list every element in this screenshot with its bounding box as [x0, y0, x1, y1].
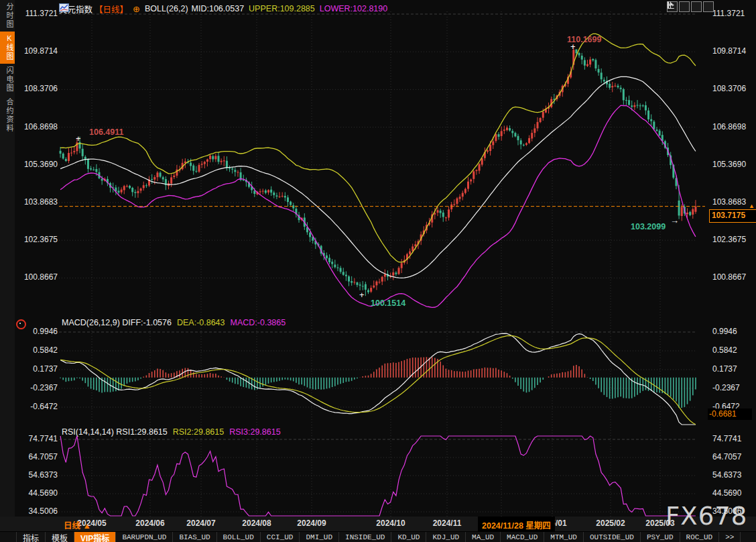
boll-upper-line: [60, 34, 696, 262]
time-label: 2025/02: [596, 519, 625, 528]
indicator-tab-VIP指标[interactable]: VIP指标: [74, 532, 116, 542]
axis-tick: 0.5842: [16, 346, 58, 355]
axis-tick: 105.3690: [712, 160, 754, 169]
sidebar-tab-1[interactable]: K线图: [0, 32, 15, 64]
indicator-tab-OUTSIDE_UD[interactable]: OUTSIDE_UD: [584, 532, 641, 542]
indicator-tab-CCI_UD[interactable]: CCI_UD: [261, 532, 300, 542]
chart-type-icon[interactable]: [59, 3, 69, 12]
scale-y-axis-icon[interactable]: [679, 1, 690, 12]
axis-tick: 44.5690: [712, 489, 754, 498]
axis-tick: 0.9946: [712, 327, 754, 336]
indicator-tab-MA_UD[interactable]: MA_UD: [466, 532, 501, 542]
main-chart-svg: [0, 0, 756, 517]
axis-tick: -0.6472: [16, 402, 58, 411]
time-label: 2024/11: [433, 519, 462, 528]
gridlines: [59, 11, 697, 517]
left-tab-bar: 分时图K线图闪电图合约资料: [0, 0, 15, 517]
axis-tick: 0.5842: [712, 346, 754, 355]
current-price-marker: ▲: [749, 203, 755, 209]
macd-current-box: -0.6681: [708, 409, 752, 420]
recent-low-arrow: →: [670, 215, 679, 225]
annotation-lowest-low: 100.1514: [371, 299, 405, 308]
axis-tick: 106.8698: [16, 123, 58, 131]
time-label: 2024/08: [242, 519, 271, 528]
time-label: 2024/09: [297, 519, 326, 528]
current-price-box: 103.7175: [709, 209, 756, 223]
indicator-tab-MTM_UD[interactable]: MTM_UD: [544, 532, 584, 542]
indicator-tab-BARUPDN_UD[interactable]: BARUPDN_UD: [116, 532, 173, 542]
axis-tick: 0.1737: [16, 365, 58, 374]
time-label: 2024/07: [186, 519, 215, 528]
indicator-tab-KDJ_UD[interactable]: KDJ_UD: [426, 532, 466, 542]
indicator-tab-INSIDE_UD[interactable]: INSIDE_UD: [339, 532, 391, 542]
macd-diff-line: [60, 333, 696, 425]
axis-tick: 0.1737: [712, 365, 754, 374]
axis-tick: 102.3675: [712, 235, 754, 244]
sidebar-tab-0[interactable]: 分时图: [0, 0, 15, 32]
sidebar-tab-3[interactable]: 合约资料: [0, 95, 15, 136]
axis-tick: 102.3675: [16, 235, 58, 244]
indicator-tab-ROC_UD[interactable]: ROC_UD: [680, 532, 720, 542]
axis-tick: 100.8667: [16, 273, 58, 282]
rsi-title: RSI(14,14,14) RSI1:29.8615: [62, 427, 168, 437]
indicator-tab-指标[interactable]: 指标: [16, 532, 46, 542]
axis-tick: 109.8714: [16, 47, 58, 56]
indicator-tab-MACD_UD[interactable]: MACD_UD: [501, 532, 544, 542]
scale-x-axis-icon[interactable]: [691, 1, 702, 12]
indicator-toolbar: 指标模板VIP指标BARUPDN_UDBIAS_UDBOLL_UDCCI_UDD…: [0, 531, 756, 542]
axis-tick: -0.2367: [712, 384, 754, 392]
trading-terminal: 分时图K线图闪电图合约资料 美元指数 【日线】 ⊕ BOLL(26,2) MID…: [0, 0, 756, 542]
axis-tick: 105.3690: [16, 160, 58, 169]
time-label: 2024/10: [376, 519, 405, 528]
indicator-tab-PSY_UD[interactable]: PSY_UD: [641, 532, 680, 542]
axis-tick: 44.5690: [16, 489, 58, 498]
chart-toolbar: [667, 1, 714, 12]
axis-tick: 103.8683: [16, 198, 58, 207]
indicator-tab-BOLL_UD[interactable]: BOLL_UD: [217, 532, 261, 542]
period-tag: 【日线】: [94, 3, 128, 15]
axis-tick: 108.3706: [16, 85, 58, 93]
axis-tick: 111.3721: [712, 9, 754, 18]
collapse-right-icon[interactable]: [703, 1, 714, 12]
high-marker-cross: +: [76, 133, 81, 144]
axis-tick: -0.2367: [16, 384, 58, 392]
rsi2-value: RSI2:29.8615: [173, 427, 224, 437]
axis-tick: 64.7057: [712, 453, 754, 462]
axis-tick: 106.8698: [712, 123, 754, 131]
highest-marker-cross: +: [570, 42, 576, 52]
add-compare-icon[interactable]: ⊕: [133, 4, 140, 14]
indicator-tab-DMI_UD[interactable]: DMI_UD: [300, 532, 339, 542]
macd-settings-icon[interactable]: [16, 319, 26, 329]
boll-mid-value: MID:106.0537: [192, 4, 245, 13]
boll-label: BOLL(26,2): [145, 4, 188, 13]
axis-tick: 34.5006: [16, 507, 58, 516]
chart-area: 美元指数 【日线】 ⊕ BOLL(26,2) MID:106.0537 UPPE…: [0, 0, 756, 517]
sidebar-tab-2[interactable]: 闪电图: [0, 64, 15, 95]
axis-tick: 64.7057: [16, 453, 58, 462]
boll-lower-value: LOWER:102.8190: [320, 4, 387, 13]
period-selector[interactable]: 日线 ▲: [64, 519, 91, 531]
axis-tick: 100.8667: [712, 273, 754, 282]
watermark: FX678: [666, 502, 747, 531]
axis-tick: 54.6373: [712, 471, 754, 480]
time-label: 2024/06: [135, 519, 164, 528]
indicator-tab-BIAS_UD[interactable]: BIAS_UD: [173, 532, 216, 542]
axis-tick: 111.3721: [16, 9, 58, 18]
axis-tick: 109.8714: [712, 47, 754, 56]
annotation-early-high: 106.4911: [89, 127, 123, 137]
axis-tick: 108.3706: [712, 85, 754, 93]
indicator-tab-KD_UD[interactable]: KD_UD: [391, 532, 426, 542]
rsi-panel-header: RSI(14,14,14) RSI1:29.8615 RSI2:29.8615 …: [62, 427, 281, 437]
macd-histogram: [60, 357, 696, 408]
axis-tick: 74.7741: [712, 435, 754, 443]
candlestick-series: [60, 44, 697, 296]
indicator-tab-模板[interactable]: 模板: [46, 532, 74, 542]
annotation-recent-low: 103.2099: [631, 222, 666, 231]
indicator-tab->>[interactable]: >>: [719, 532, 741, 542]
macd-panel-header: MACD(26,12,9) DIFF:-1.0576 DEA:-0.8643 M…: [62, 318, 286, 327]
axis-tick: 103.8683: [712, 198, 754, 207]
macd-dea-value: DEA:-0.8643: [177, 318, 225, 327]
macd-title: MACD(26,12,9) DIFF:-1.0576: [62, 318, 172, 327]
price-panel-header: 美元指数 【日线】 ⊕ BOLL(26,2) MID:106.0537 UPPE…: [59, 3, 387, 14]
axis-tick: 74.7741: [16, 435, 58, 443]
